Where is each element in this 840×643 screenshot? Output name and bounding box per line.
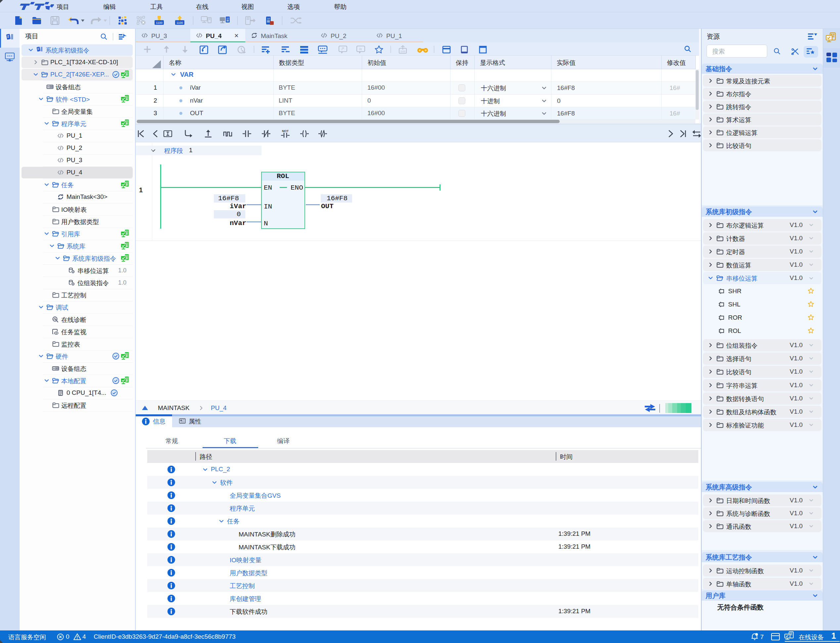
svg-text:1100: 1100 [156, 21, 162, 24]
svg-text:10: 10 [267, 17, 270, 20]
svg-text:10: 10 [227, 17, 229, 20]
svg-text:/x: /x [359, 47, 362, 51]
svg-text:/*: /* [342, 47, 344, 51]
svg-text:NOT: NOT [282, 129, 289, 133]
svg-text:1100: 1100 [400, 50, 405, 52]
svg-text:1100: 1100 [176, 21, 183, 24]
